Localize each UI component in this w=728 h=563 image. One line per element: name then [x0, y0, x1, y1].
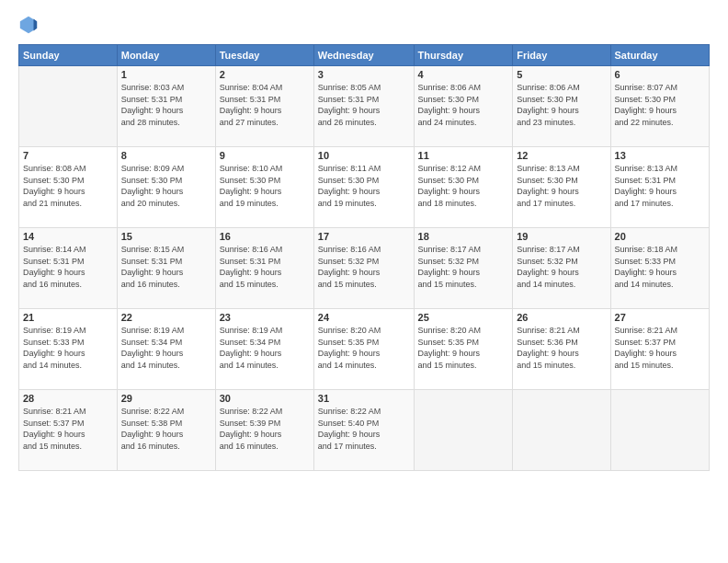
calendar-cell: 2Sunrise: 8:04 AM Sunset: 5:31 PM Daylig…: [215, 66, 313, 147]
calendar-cell: 10Sunrise: 8:11 AM Sunset: 5:30 PM Dayli…: [313, 147, 414, 228]
day-number: 13: [615, 150, 705, 161]
day-number: 19: [517, 231, 606, 242]
cell-info: Sunrise: 8:21 AM Sunset: 5:37 PM Dayligh…: [23, 406, 113, 452]
calendar-cell: 20Sunrise: 8:18 AM Sunset: 5:33 PM Dayli…: [610, 228, 709, 309]
cell-info: Sunrise: 8:19 AM Sunset: 5:34 PM Dayligh…: [220, 325, 310, 371]
day-number: 21: [23, 312, 113, 323]
cell-info: Sunrise: 8:21 AM Sunset: 5:37 PM Dayligh…: [615, 325, 705, 371]
cell-info: Sunrise: 8:03 AM Sunset: 5:31 PM Dayligh…: [121, 82, 211, 128]
cell-info: Sunrise: 8:20 AM Sunset: 5:35 PM Dayligh…: [418, 325, 509, 371]
cell-info: Sunrise: 8:16 AM Sunset: 5:31 PM Dayligh…: [220, 244, 310, 290]
calendar-cell: 5Sunrise: 8:06 AM Sunset: 5:30 PM Daylig…: [513, 66, 610, 147]
calendar-cell: 26Sunrise: 8:21 AM Sunset: 5:36 PM Dayli…: [513, 309, 610, 390]
calendar-week-row: 21Sunrise: 8:19 AM Sunset: 5:33 PM Dayli…: [19, 309, 710, 390]
header: [18, 15, 710, 35]
calendar-cell: 30Sunrise: 8:22 AM Sunset: 5:39 PM Dayli…: [215, 390, 313, 471]
day-number: 31: [318, 393, 410, 404]
calendar-cell: 18Sunrise: 8:17 AM Sunset: 5:32 PM Dayli…: [414, 228, 513, 309]
weekday-header: Tuesday: [215, 45, 313, 66]
weekday-header: Wednesday: [313, 45, 414, 66]
cell-info: Sunrise: 8:13 AM Sunset: 5:30 PM Dayligh…: [517, 163, 606, 209]
cell-info: Sunrise: 8:06 AM Sunset: 5:30 PM Dayligh…: [517, 82, 606, 128]
calendar-cell: 13Sunrise: 8:13 AM Sunset: 5:31 PM Dayli…: [610, 147, 709, 228]
day-number: 20: [615, 231, 705, 242]
calendar-cell: [414, 390, 513, 471]
day-number: 15: [121, 231, 211, 242]
day-number: 30: [220, 393, 310, 404]
cell-info: Sunrise: 8:09 AM Sunset: 5:30 PM Dayligh…: [121, 163, 211, 209]
cell-info: Sunrise: 8:19 AM Sunset: 5:34 PM Dayligh…: [121, 325, 211, 371]
weekday-header: Saturday: [610, 45, 709, 66]
weekday-header: Friday: [513, 45, 610, 66]
day-number: 5: [517, 69, 606, 80]
calendar-cell: 25Sunrise: 8:20 AM Sunset: 5:35 PM Dayli…: [414, 309, 513, 390]
cell-info: Sunrise: 8:18 AM Sunset: 5:33 PM Dayligh…: [615, 244, 705, 290]
cell-info: Sunrise: 8:17 AM Sunset: 5:32 PM Dayligh…: [517, 244, 606, 290]
cell-info: Sunrise: 8:19 AM Sunset: 5:33 PM Dayligh…: [23, 325, 113, 371]
day-number: 28: [23, 393, 113, 404]
calendar-table: SundayMondayTuesdayWednesdayThursdayFrid…: [18, 44, 710, 471]
day-number: 3: [318, 69, 410, 80]
day-number: 2: [220, 69, 310, 80]
calendar-cell: 9Sunrise: 8:10 AM Sunset: 5:30 PM Daylig…: [215, 147, 313, 228]
day-number: 4: [418, 69, 509, 80]
calendar-week-row: 28Sunrise: 8:21 AM Sunset: 5:37 PM Dayli…: [19, 390, 710, 471]
cell-info: Sunrise: 8:22 AM Sunset: 5:40 PM Dayligh…: [318, 406, 410, 452]
logo-icon: [18, 15, 39, 35]
cell-info: Sunrise: 8:10 AM Sunset: 5:30 PM Dayligh…: [220, 163, 310, 209]
cell-info: Sunrise: 8:05 AM Sunset: 5:31 PM Dayligh…: [318, 82, 410, 128]
calendar-cell: 29Sunrise: 8:22 AM Sunset: 5:38 PM Dayli…: [117, 390, 215, 471]
day-number: 14: [23, 231, 113, 242]
calendar-cell: 16Sunrise: 8:16 AM Sunset: 5:31 PM Dayli…: [215, 228, 313, 309]
day-number: 25: [418, 312, 509, 323]
day-number: 11: [418, 150, 509, 161]
day-number: 27: [615, 312, 705, 323]
calendar-cell: [610, 390, 709, 471]
cell-info: Sunrise: 8:15 AM Sunset: 5:31 PM Dayligh…: [121, 244, 211, 290]
calendar-cell: [19, 66, 118, 147]
calendar-cell: 28Sunrise: 8:21 AM Sunset: 5:37 PM Dayli…: [19, 390, 118, 471]
calendar-week-row: 1Sunrise: 8:03 AM Sunset: 5:31 PM Daylig…: [19, 66, 710, 147]
day-number: 8: [121, 150, 211, 161]
day-number: 12: [517, 150, 606, 161]
calendar-cell: 14Sunrise: 8:14 AM Sunset: 5:31 PM Dayli…: [19, 228, 118, 309]
day-number: 17: [318, 231, 410, 242]
cell-info: Sunrise: 8:04 AM Sunset: 5:31 PM Dayligh…: [220, 82, 310, 128]
calendar-cell: 12Sunrise: 8:13 AM Sunset: 5:30 PM Dayli…: [513, 147, 610, 228]
day-number: 1: [121, 69, 211, 80]
calendar-cell: 22Sunrise: 8:19 AM Sunset: 5:34 PM Dayli…: [117, 309, 215, 390]
day-number: 23: [220, 312, 310, 323]
weekday-header: Thursday: [414, 45, 513, 66]
day-number: 29: [121, 393, 211, 404]
calendar-cell: 24Sunrise: 8:20 AM Sunset: 5:35 PM Dayli…: [313, 309, 414, 390]
calendar-cell: 8Sunrise: 8:09 AM Sunset: 5:30 PM Daylig…: [117, 147, 215, 228]
cell-info: Sunrise: 8:14 AM Sunset: 5:31 PM Dayligh…: [23, 244, 113, 290]
calendar-week-row: 7Sunrise: 8:08 AM Sunset: 5:30 PM Daylig…: [19, 147, 710, 228]
calendar-cell: 3Sunrise: 8:05 AM Sunset: 5:31 PM Daylig…: [313, 66, 414, 147]
day-number: 26: [517, 312, 606, 323]
cell-info: Sunrise: 8:06 AM Sunset: 5:30 PM Dayligh…: [418, 82, 509, 128]
calendar-cell: 31Sunrise: 8:22 AM Sunset: 5:40 PM Dayli…: [313, 390, 414, 471]
calendar-cell: 7Sunrise: 8:08 AM Sunset: 5:30 PM Daylig…: [19, 147, 118, 228]
logo: [18, 15, 42, 35]
calendar-cell: 21Sunrise: 8:19 AM Sunset: 5:33 PM Dayli…: [19, 309, 118, 390]
day-number: 6: [615, 69, 705, 80]
cell-info: Sunrise: 8:13 AM Sunset: 5:31 PM Dayligh…: [615, 163, 705, 209]
calendar-header-row: SundayMondayTuesdayWednesdayThursdayFrid…: [19, 45, 710, 66]
calendar-cell: 15Sunrise: 8:15 AM Sunset: 5:31 PM Dayli…: [117, 228, 215, 309]
weekday-header: Monday: [117, 45, 215, 66]
day-number: 16: [220, 231, 310, 242]
calendar-cell: [513, 390, 610, 471]
weekday-header: Sunday: [19, 45, 118, 66]
cell-info: Sunrise: 8:11 AM Sunset: 5:30 PM Dayligh…: [318, 163, 410, 209]
cell-info: Sunrise: 8:08 AM Sunset: 5:30 PM Dayligh…: [23, 163, 113, 209]
cell-info: Sunrise: 8:21 AM Sunset: 5:36 PM Dayligh…: [517, 325, 606, 371]
calendar-cell: 11Sunrise: 8:12 AM Sunset: 5:30 PM Dayli…: [414, 147, 513, 228]
day-number: 18: [418, 231, 509, 242]
svg-marker-1: [34, 19, 38, 31]
day-number: 24: [318, 312, 410, 323]
cell-info: Sunrise: 8:07 AM Sunset: 5:30 PM Dayligh…: [615, 82, 705, 128]
cell-info: Sunrise: 8:22 AM Sunset: 5:39 PM Dayligh…: [220, 406, 310, 452]
calendar-cell: 19Sunrise: 8:17 AM Sunset: 5:32 PM Dayli…: [513, 228, 610, 309]
cell-info: Sunrise: 8:22 AM Sunset: 5:38 PM Dayligh…: [121, 406, 211, 452]
